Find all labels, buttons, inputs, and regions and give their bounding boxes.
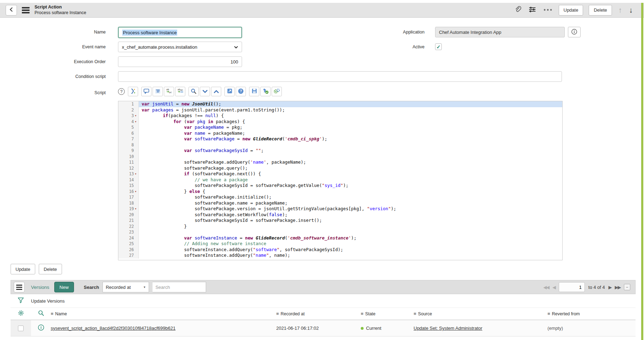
- code-line[interactable]: 9 var softwarePackageSysId = "";: [118, 148, 562, 154]
- code-line[interactable]: 18 softwarePackage.name = packageName;: [118, 200, 562, 206]
- delete-button[interactable]: Delete: [589, 5, 612, 16]
- footer-update-button[interactable]: Update: [11, 264, 35, 274]
- breadcrumb[interactable]: Update Versions: [31, 298, 64, 304]
- name-input[interactable]: Process software Instance: [118, 27, 242, 38]
- code-line[interactable]: 7 var softwarePackage = new GlideRecord(…: [118, 136, 562, 142]
- next-record-button[interactable]: ↓: [628, 5, 634, 15]
- code-line[interactable]: 1var jsonUtil = new JsonUtil();: [118, 101, 562, 107]
- event-name-select[interactable]: x_chef_automate.process.installation: [118, 42, 242, 52]
- code-line[interactable]: 21 softwarePackageSysId = softwarePackag…: [118, 218, 562, 224]
- code-line[interactable]: 23: [118, 229, 562, 235]
- code-line[interactable]: 24 var softwareInstance = new GlideRecor…: [118, 235, 562, 241]
- list-context-menu-button[interactable]: [14, 282, 25, 292]
- code-line[interactable]: 3▼ if(packages !== null) {: [118, 113, 562, 119]
- line-number-gutter: 16▼: [118, 189, 139, 195]
- code-line[interactable]: 26 softwareInstance.addQuery("software",…: [118, 247, 562, 253]
- more-options-button[interactable]: [543, 7, 553, 13]
- script-code-editor[interactable]: 1var jsonUtil = new JsonUtil();2var pack…: [118, 101, 563, 260]
- previous-page-button[interactable]: ◀: [552, 285, 555, 290]
- code-line[interactable]: 11 softwarePackage.addQuery('name', pack…: [118, 159, 562, 165]
- list-search-input[interactable]: [153, 282, 206, 292]
- active-checkbox[interactable]: ✓: [435, 43, 442, 50]
- personalize-form-button[interactable]: [528, 5, 537, 15]
- toggle-comment-button[interactable]: [141, 87, 151, 96]
- format-document-button[interactable]: [153, 87, 163, 96]
- code-line[interactable]: 16▼ } else {: [118, 189, 562, 195]
- back-button[interactable]: [6, 5, 17, 16]
- code-line[interactable]: 6 var name = packageName;: [118, 130, 562, 136]
- filter-funnel-icon[interactable]: [18, 297, 24, 305]
- paperclip-icon: [514, 6, 521, 14]
- line-number-gutter: 24: [118, 235, 139, 241]
- event-name-value: x_chef_automate.process.installation: [122, 44, 197, 50]
- search-button[interactable]: [188, 87, 199, 96]
- find-next-button[interactable]: [200, 87, 210, 96]
- search-column-select[interactable]: Recorded at ▼: [103, 282, 149, 292]
- tab-versions[interactable]: Versions: [31, 285, 49, 290]
- search-icon: [191, 88, 197, 95]
- source-link[interactable]: Update Set: System Administrator: [414, 326, 482, 331]
- replace-button[interactable]: abac: [164, 87, 174, 96]
- search-column-value: Recorded at: [106, 285, 131, 290]
- line-number-gutter: 26: [118, 247, 139, 253]
- next-page-button[interactable]: ▶: [608, 285, 611, 290]
- column-menu-icon: ≡: [414, 311, 416, 316]
- editor-help-button[interactable]: ?: [236, 87, 246, 96]
- row-preview-button[interactable]: [31, 324, 51, 332]
- code-line[interactable]: 13▼ if (softwarePackage.next()) {: [118, 171, 562, 177]
- column-header-source[interactable]: ≡Source: [414, 311, 547, 316]
- last-page-button[interactable]: ▶▶: [615, 285, 620, 290]
- page-number-input[interactable]: [559, 282, 585, 292]
- condition-script-label: Condition script: [0, 71, 106, 82]
- row-checkbox[interactable]: [18, 326, 24, 331]
- find-previous-icon: [214, 89, 219, 94]
- find-previous-button[interactable]: [211, 87, 221, 96]
- form-header: Script Action Process software Instance: [0, 3, 644, 18]
- attachment-button[interactable]: [514, 5, 522, 15]
- fold-marker-icon: ▼: [134, 171, 137, 177]
- replace-all-button[interactable]: abac: [175, 87, 185, 96]
- save-button[interactable]: [249, 87, 259, 96]
- collapse-list-button[interactable]: −: [624, 284, 630, 290]
- find-next-icon: [203, 89, 208, 94]
- execution-order-input[interactable]: [118, 56, 242, 67]
- run-script-button[interactable]: [272, 87, 282, 96]
- code-line[interactable]: 4▼ for (var pkg in packages) {: [118, 119, 562, 125]
- condition-script-input[interactable]: [118, 71, 562, 82]
- code-line[interactable]: 17 softwarePackage.initialize();: [118, 194, 562, 200]
- update-button[interactable]: Update: [559, 5, 583, 16]
- first-page-button[interactable]: ◀◀: [543, 285, 549, 290]
- code-line[interactable]: 20 softwarePackage.setWorkflow(false);: [118, 212, 562, 218]
- code-line[interactable]: 10: [118, 154, 562, 160]
- new-version-button[interactable]: New: [54, 282, 74, 292]
- code-line[interactable]: 8: [118, 142, 562, 148]
- column-header-recorded-at[interactable]: ≡Recorded at: [276, 311, 361, 316]
- code-line[interactable]: 12 softwarePackage.query();: [118, 165, 562, 171]
- code-line[interactable]: 27 softwareInstance.addQuery("name", nam…: [118, 253, 562, 259]
- column-search-button[interactable]: [31, 310, 51, 318]
- code-line[interactable]: 22 }: [118, 224, 562, 230]
- version-record-link[interactable]: sysevent_script_action_8acd4f2d2f303010f…: [51, 326, 175, 331]
- format-code-button[interactable]: [128, 87, 138, 96]
- event-name-label: Event name: [0, 42, 106, 52]
- syntax-check-button[interactable]: [260, 87, 271, 96]
- previous-record-button[interactable]: ↑: [618, 5, 623, 15]
- code-line[interactable]: 14 // we have a package: [118, 177, 562, 183]
- code-line[interactable]: 2var packages = jsonUtil.parse(event.par…: [118, 107, 562, 113]
- code-line[interactable]: 25 // Adding new software instance: [118, 241, 562, 247]
- application-info-button[interactable]: [568, 27, 581, 37]
- column-header-name[interactable]: ≡Name: [51, 311, 276, 316]
- script-help-button[interactable]: ?: [118, 88, 125, 95]
- column-header-state[interactable]: ≡State: [361, 311, 414, 316]
- table-row[interactable]: sysevent_script_action_8acd4f2d2f303010f…: [11, 320, 636, 336]
- list-personalize-button[interactable]: [11, 310, 31, 318]
- code-line[interactable]: 15 softwarePackageSysId = softwarePackag…: [118, 183, 562, 189]
- open-new-window-button[interactable]: [224, 87, 235, 96]
- column-header-reverted-from[interactable]: ≡Reverted from: [547, 311, 636, 316]
- footer-delete-button[interactable]: Delete: [39, 264, 62, 274]
- code-line[interactable]: 19▼ softwarePackage.version = jsonUtil.g…: [118, 206, 562, 212]
- form-footer: Update Delete: [11, 264, 62, 274]
- fold-marker-icon: ▼: [134, 189, 137, 195]
- code-line[interactable]: 5 var packageName = pkg;: [118, 125, 562, 130]
- context-menu-icon[interactable]: [22, 7, 30, 13]
